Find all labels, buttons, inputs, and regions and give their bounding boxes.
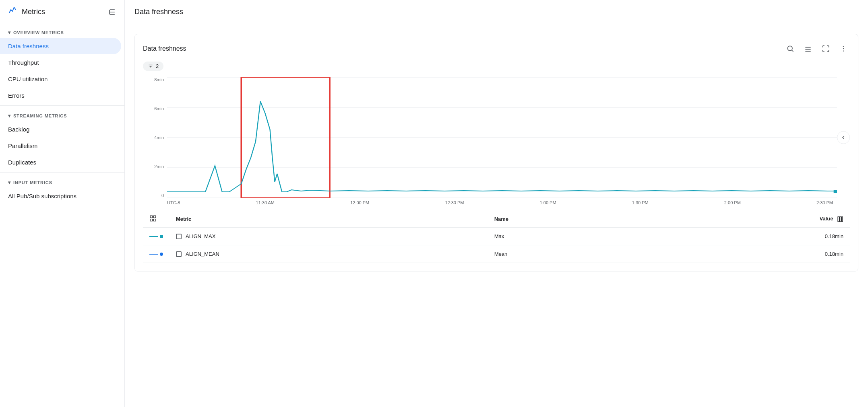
svg-rect-23 — [840, 217, 841, 222]
x-label-1130: 11:30 AM — [256, 200, 275, 205]
x-axis-labels: UTC-8 11:30 AM 12:00 PM 12:30 PM 1:00 PM… — [143, 198, 850, 208]
sidebar-item-errors[interactable]: Errors — [0, 87, 121, 104]
chart-container: 8min 6min 4min 2min 0 — [143, 77, 850, 208]
y-label-4min: 4min — [154, 135, 164, 140]
y-label-8min: 8min — [154, 77, 164, 82]
table-cell-name-max: Max — [488, 228, 641, 245]
sidebar-section-streaming-label: STREAMING METRICS — [13, 113, 67, 118]
square-indicator-max — [160, 235, 163, 238]
sidebar-divider-2 — [0, 172, 124, 173]
table-row: ALIGN_MEAN Mean 0.18min — [143, 245, 850, 263]
svg-rect-19 — [154, 216, 156, 218]
metrics-logo-icon — [8, 6, 18, 18]
sidebar-divider-1 — [0, 105, 124, 106]
sidebar-header: Metrics — [0, 0, 124, 24]
svg-rect-24 — [841, 217, 843, 222]
sidebar-item-throughput[interactable]: Throughput — [0, 54, 121, 71]
sidebar-title-text: Metrics — [22, 8, 45, 16]
chevron-down-icon-3: ▾ — [8, 180, 11, 185]
metrics-table: Metric Name Value — [143, 211, 850, 263]
svg-rect-18 — [150, 216, 152, 218]
y-label-6min: 6min — [154, 106, 164, 111]
chevron-down-icon-2: ▾ — [8, 113, 11, 119]
fullscreen-button[interactable] — [819, 42, 832, 55]
column-settings-icon[interactable] — [837, 216, 843, 222]
sidebar-item-data-freshness-label: Data freshness — [8, 43, 49, 49]
metric-checkbox-mean[interactable] — [176, 251, 182, 257]
sidebar-item-backlog[interactable]: Backlog — [0, 121, 121, 138]
chart-card: Data freshness — [134, 34, 858, 271]
right-content: Data freshness Data freshness — [125, 0, 868, 407]
chart-actions — [784, 42, 850, 55]
table-cell-value-max: 0.18min — [641, 228, 850, 245]
svg-rect-20 — [150, 219, 152, 221]
main-content: Data freshness — [125, 24, 868, 407]
table-cell-checkbox-max: ALIGN_MAX — [169, 228, 488, 245]
line-indicator-mean — [149, 254, 158, 255]
metric-label-max: ALIGN_MAX — [186, 233, 215, 239]
sidebar-item-pubsub-label: All Pub/Sub subscriptions — [8, 193, 76, 199]
y-label-0: 0 — [161, 193, 164, 198]
svg-point-1 — [787, 46, 792, 51]
svg-point-5 — [843, 46, 844, 47]
table-cell-checkbox-mean: ALIGN_MEAN — [169, 245, 488, 263]
chart-title: Data freshness — [143, 45, 186, 52]
x-label-100: 1:00 PM — [540, 200, 556, 205]
table-header-checkbox — [143, 211, 169, 228]
chart-card-header: Data freshness — [143, 42, 850, 55]
svg-rect-21 — [154, 219, 156, 221]
sidebar-title: Metrics — [8, 6, 45, 18]
y-label-2min: 2min — [154, 164, 164, 169]
sidebar-section-overview: ▾ OVERVIEW METRICS — [0, 24, 124, 38]
table-header-name: Name — [488, 211, 641, 228]
sidebar-section-overview-label: OVERVIEW METRICS — [13, 30, 64, 35]
line-indicator-max — [149, 236, 158, 237]
sidebar: Metrics ▾ OVERVIEW METRICS Data freshnes… — [0, 0, 125, 407]
sidebar-item-data-freshness[interactable]: Data freshness — [0, 38, 121, 54]
sidebar-item-parallelism-label: Parallelism — [8, 142, 37, 149]
sidebar-item-parallelism[interactable]: Parallelism — [0, 138, 121, 154]
legend-button[interactable] — [802, 42, 814, 55]
top-header: Data freshness — [125, 0, 868, 24]
expand-arrow-button[interactable] — [837, 131, 850, 144]
more-options-button[interactable] — [837, 42, 850, 55]
sidebar-item-throughput-label: Throughput — [8, 59, 39, 66]
sidebar-section-input: ▾ INPUT METRICS — [0, 174, 124, 188]
table-header-metric: Metric — [169, 211, 488, 228]
sidebar-item-duplicates[interactable]: Duplicates — [0, 154, 121, 171]
table-cell-name-mean: Mean — [488, 245, 641, 263]
metric-label-mean: ALIGN_MEAN — [186, 251, 219, 257]
x-label-130: 1:30 PM — [632, 200, 649, 205]
svg-point-6 — [843, 48, 844, 49]
sidebar-item-cpu-utilization-label: CPU utilization — [8, 76, 48, 82]
x-label-200: 2:00 PM — [724, 200, 741, 205]
search-button[interactable] — [784, 42, 797, 55]
table-cell-value-mean: 0.18min — [641, 245, 850, 263]
x-label-1230: 12:30 PM — [445, 200, 464, 205]
grid-icon — [149, 215, 157, 222]
x-label-1200: 12:00 PM — [350, 200, 369, 205]
sidebar-item-backlog-label: Backlog — [8, 126, 29, 133]
svg-point-7 — [843, 51, 844, 51]
sidebar-item-pubsub[interactable]: All Pub/Sub subscriptions — [0, 188, 121, 204]
metric-checkbox-max[interactable] — [176, 234, 182, 239]
table-cell-indicator-mean — [143, 245, 169, 263]
table-header-value: Value — [641, 211, 850, 228]
table-cell-indicator-max — [143, 228, 169, 245]
sidebar-item-cpu-utilization[interactable]: CPU utilization — [0, 71, 121, 87]
sidebar-item-duplicates-label: Duplicates — [8, 159, 36, 166]
table-row: ALIGN_MAX Max 0.18min — [143, 228, 850, 245]
dot-indicator-mean — [160, 253, 163, 256]
x-label-utc8: UTC-8 — [167, 200, 180, 205]
filter-chip[interactable]: 2 — [143, 62, 163, 71]
chart-svg — [167, 77, 837, 198]
svg-rect-22 — [838, 217, 839, 222]
sidebar-section-streaming: ▾ STREAMING METRICS — [0, 107, 124, 121]
sidebar-item-errors-label: Errors — [8, 92, 25, 99]
filter-chip-label: 2 — [156, 63, 159, 69]
sidebar-section-input-label: INPUT METRICS — [13, 180, 52, 185]
page-title: Data freshness — [134, 8, 183, 16]
x-label-230: 2:30 PM — [816, 200, 833, 205]
sidebar-collapse-button[interactable] — [108, 8, 116, 16]
chevron-down-icon: ▾ — [8, 30, 11, 35]
